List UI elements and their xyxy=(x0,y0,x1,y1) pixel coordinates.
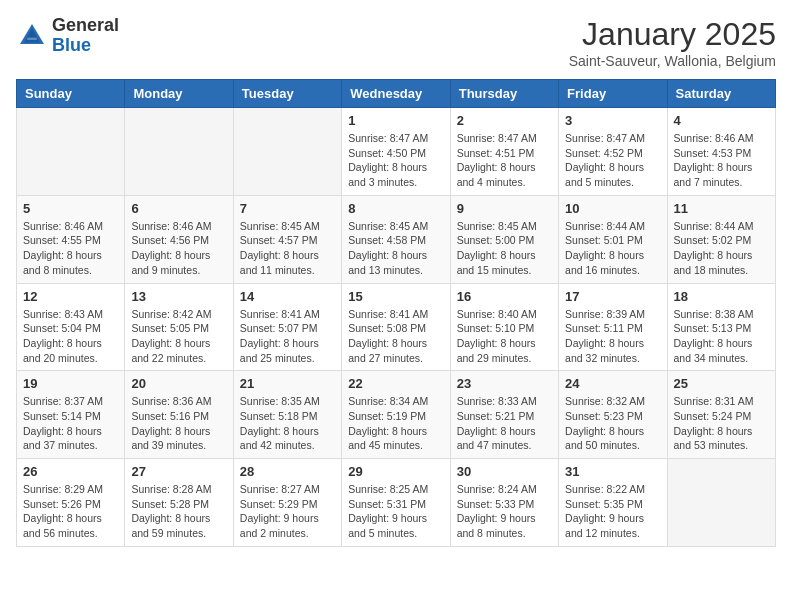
day-number: 1 xyxy=(348,113,443,128)
day-info: Sunrise: 8:28 AMSunset: 5:28 PMDaylight:… xyxy=(131,482,226,541)
weekday-header-thursday: Thursday xyxy=(450,80,558,108)
day-info: Sunrise: 8:46 AMSunset: 4:56 PMDaylight:… xyxy=(131,219,226,278)
day-number: 2 xyxy=(457,113,552,128)
day-number: 21 xyxy=(240,376,335,391)
day-number: 17 xyxy=(565,289,660,304)
day-info: Sunrise: 8:35 AMSunset: 5:18 PMDaylight:… xyxy=(240,394,335,453)
day-cell: 7Sunrise: 8:45 AMSunset: 4:57 PMDaylight… xyxy=(233,195,341,283)
day-number: 25 xyxy=(674,376,769,391)
weekday-header-tuesday: Tuesday xyxy=(233,80,341,108)
day-cell: 5Sunrise: 8:46 AMSunset: 4:55 PMDaylight… xyxy=(17,195,125,283)
day-info: Sunrise: 8:34 AMSunset: 5:19 PMDaylight:… xyxy=(348,394,443,453)
day-cell: 3Sunrise: 8:47 AMSunset: 4:52 PMDaylight… xyxy=(559,108,667,196)
day-cell: 24Sunrise: 8:32 AMSunset: 5:23 PMDayligh… xyxy=(559,371,667,459)
logo: General Blue xyxy=(16,16,119,56)
day-cell: 25Sunrise: 8:31 AMSunset: 5:24 PMDayligh… xyxy=(667,371,775,459)
day-cell xyxy=(233,108,341,196)
day-cell: 4Sunrise: 8:46 AMSunset: 4:53 PMDaylight… xyxy=(667,108,775,196)
week-row-5: 26Sunrise: 8:29 AMSunset: 5:26 PMDayligh… xyxy=(17,459,776,547)
day-cell: 8Sunrise: 8:45 AMSunset: 4:58 PMDaylight… xyxy=(342,195,450,283)
day-number: 15 xyxy=(348,289,443,304)
day-cell: 14Sunrise: 8:41 AMSunset: 5:07 PMDayligh… xyxy=(233,283,341,371)
day-cell: 31Sunrise: 8:22 AMSunset: 5:35 PMDayligh… xyxy=(559,459,667,547)
day-cell: 17Sunrise: 8:39 AMSunset: 5:11 PMDayligh… xyxy=(559,283,667,371)
day-cell: 11Sunrise: 8:44 AMSunset: 5:02 PMDayligh… xyxy=(667,195,775,283)
day-cell: 23Sunrise: 8:33 AMSunset: 5:21 PMDayligh… xyxy=(450,371,558,459)
location-subtitle: Saint-Sauveur, Wallonia, Belgium xyxy=(569,53,776,69)
day-info: Sunrise: 8:33 AMSunset: 5:21 PMDaylight:… xyxy=(457,394,552,453)
day-info: Sunrise: 8:46 AMSunset: 4:53 PMDaylight:… xyxy=(674,131,769,190)
logo-icon xyxy=(16,20,48,52)
day-number: 19 xyxy=(23,376,118,391)
day-number: 27 xyxy=(131,464,226,479)
day-number: 11 xyxy=(674,201,769,216)
page-header: General Blue January 2025 Saint-Sauveur,… xyxy=(16,16,776,69)
day-info: Sunrise: 8:45 AMSunset: 5:00 PMDaylight:… xyxy=(457,219,552,278)
day-number: 8 xyxy=(348,201,443,216)
day-number: 24 xyxy=(565,376,660,391)
day-number: 14 xyxy=(240,289,335,304)
day-info: Sunrise: 8:45 AMSunset: 4:57 PMDaylight:… xyxy=(240,219,335,278)
day-info: Sunrise: 8:24 AMSunset: 5:33 PMDaylight:… xyxy=(457,482,552,541)
day-number: 23 xyxy=(457,376,552,391)
day-number: 5 xyxy=(23,201,118,216)
day-cell xyxy=(17,108,125,196)
day-info: Sunrise: 8:22 AMSunset: 5:35 PMDaylight:… xyxy=(565,482,660,541)
weekday-header-friday: Friday xyxy=(559,80,667,108)
day-cell: 2Sunrise: 8:47 AMSunset: 4:51 PMDaylight… xyxy=(450,108,558,196)
week-row-2: 5Sunrise: 8:46 AMSunset: 4:55 PMDaylight… xyxy=(17,195,776,283)
day-info: Sunrise: 8:47 AMSunset: 4:51 PMDaylight:… xyxy=(457,131,552,190)
day-cell: 1Sunrise: 8:47 AMSunset: 4:50 PMDaylight… xyxy=(342,108,450,196)
day-info: Sunrise: 8:46 AMSunset: 4:55 PMDaylight:… xyxy=(23,219,118,278)
day-number: 3 xyxy=(565,113,660,128)
day-info: Sunrise: 8:47 AMSunset: 4:50 PMDaylight:… xyxy=(348,131,443,190)
day-cell: 26Sunrise: 8:29 AMSunset: 5:26 PMDayligh… xyxy=(17,459,125,547)
weekday-header-sunday: Sunday xyxy=(17,80,125,108)
day-number: 12 xyxy=(23,289,118,304)
day-info: Sunrise: 8:32 AMSunset: 5:23 PMDaylight:… xyxy=(565,394,660,453)
day-cell: 9Sunrise: 8:45 AMSunset: 5:00 PMDaylight… xyxy=(450,195,558,283)
day-cell: 16Sunrise: 8:40 AMSunset: 5:10 PMDayligh… xyxy=(450,283,558,371)
day-cell: 21Sunrise: 8:35 AMSunset: 5:18 PMDayligh… xyxy=(233,371,341,459)
day-info: Sunrise: 8:41 AMSunset: 5:07 PMDaylight:… xyxy=(240,307,335,366)
day-info: Sunrise: 8:36 AMSunset: 5:16 PMDaylight:… xyxy=(131,394,226,453)
day-number: 4 xyxy=(674,113,769,128)
day-info: Sunrise: 8:39 AMSunset: 5:11 PMDaylight:… xyxy=(565,307,660,366)
day-number: 29 xyxy=(348,464,443,479)
day-number: 10 xyxy=(565,201,660,216)
day-info: Sunrise: 8:45 AMSunset: 4:58 PMDaylight:… xyxy=(348,219,443,278)
day-cell xyxy=(667,459,775,547)
day-info: Sunrise: 8:37 AMSunset: 5:14 PMDaylight:… xyxy=(23,394,118,453)
day-cell: 30Sunrise: 8:24 AMSunset: 5:33 PMDayligh… xyxy=(450,459,558,547)
day-info: Sunrise: 8:43 AMSunset: 5:04 PMDaylight:… xyxy=(23,307,118,366)
svg-rect-2 xyxy=(27,37,37,39)
day-cell: 6Sunrise: 8:46 AMSunset: 4:56 PMDaylight… xyxy=(125,195,233,283)
calendar-table: SundayMondayTuesdayWednesdayThursdayFrid… xyxy=(16,79,776,547)
day-number: 31 xyxy=(565,464,660,479)
day-info: Sunrise: 8:47 AMSunset: 4:52 PMDaylight:… xyxy=(565,131,660,190)
day-number: 18 xyxy=(674,289,769,304)
day-number: 30 xyxy=(457,464,552,479)
day-info: Sunrise: 8:41 AMSunset: 5:08 PMDaylight:… xyxy=(348,307,443,366)
day-info: Sunrise: 8:40 AMSunset: 5:10 PMDaylight:… xyxy=(457,307,552,366)
day-info: Sunrise: 8:38 AMSunset: 5:13 PMDaylight:… xyxy=(674,307,769,366)
weekday-header-row: SundayMondayTuesdayWednesdayThursdayFrid… xyxy=(17,80,776,108)
month-title: January 2025 xyxy=(569,16,776,53)
day-info: Sunrise: 8:27 AMSunset: 5:29 PMDaylight:… xyxy=(240,482,335,541)
day-info: Sunrise: 8:44 AMSunset: 5:01 PMDaylight:… xyxy=(565,219,660,278)
title-block: January 2025 Saint-Sauveur, Wallonia, Be… xyxy=(569,16,776,69)
day-cell: 20Sunrise: 8:36 AMSunset: 5:16 PMDayligh… xyxy=(125,371,233,459)
weekday-header-saturday: Saturday xyxy=(667,80,775,108)
day-cell: 12Sunrise: 8:43 AMSunset: 5:04 PMDayligh… xyxy=(17,283,125,371)
day-cell: 10Sunrise: 8:44 AMSunset: 5:01 PMDayligh… xyxy=(559,195,667,283)
day-cell xyxy=(125,108,233,196)
logo-text: General Blue xyxy=(52,16,119,56)
day-cell: 13Sunrise: 8:42 AMSunset: 5:05 PMDayligh… xyxy=(125,283,233,371)
day-number: 7 xyxy=(240,201,335,216)
day-info: Sunrise: 8:25 AMSunset: 5:31 PMDaylight:… xyxy=(348,482,443,541)
day-number: 20 xyxy=(131,376,226,391)
day-info: Sunrise: 8:31 AMSunset: 5:24 PMDaylight:… xyxy=(674,394,769,453)
week-row-4: 19Sunrise: 8:37 AMSunset: 5:14 PMDayligh… xyxy=(17,371,776,459)
logo-blue: Blue xyxy=(52,36,119,56)
day-info: Sunrise: 8:44 AMSunset: 5:02 PMDaylight:… xyxy=(674,219,769,278)
